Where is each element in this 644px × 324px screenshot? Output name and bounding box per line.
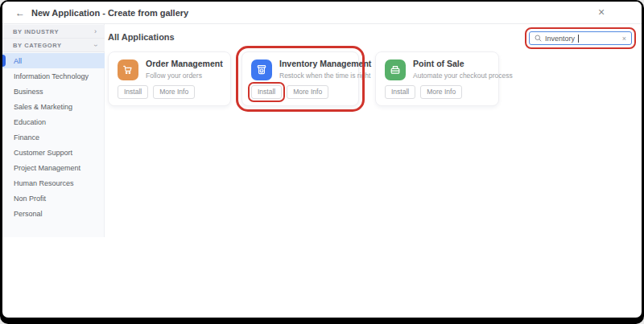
sidebar-item-finance[interactable]: Finance xyxy=(2,129,105,145)
card-title: Order Management xyxy=(146,59,223,69)
gallery-dialog: ← New Application - Create from gallery … xyxy=(2,2,642,318)
screenshot-frame: ← New Application - Create from gallery … xyxy=(0,0,644,324)
inventory-bin-icon xyxy=(251,59,272,80)
sidebar-item-information-technology[interactable]: Information Technology xyxy=(2,68,105,84)
sidebar-item-personal[interactable]: Personal xyxy=(2,206,105,221)
install-button[interactable]: Install xyxy=(251,85,282,99)
cash-register-icon xyxy=(385,59,406,80)
sidebar-item-customer-support[interactable]: Customer Support xyxy=(2,145,105,160)
sidebar-section-by-category[interactable]: BY CATEGORY › xyxy=(2,39,105,52)
sidebar-item-human-resources[interactable]: Human Resources xyxy=(2,175,105,191)
sidebar-item-education[interactable]: Education xyxy=(2,114,105,129)
point-of-sale-card: Point of Sale Automate your checkout pro… xyxy=(375,51,499,106)
section-label: BY CATEGORY xyxy=(13,42,94,49)
cart-icon xyxy=(118,59,138,80)
clear-search-icon[interactable]: × xyxy=(622,35,626,43)
back-arrow-icon[interactable]: ← xyxy=(15,7,25,18)
dialog-title: New Application - Create from gallery xyxy=(31,8,188,18)
card-subtitle: Follow your orders xyxy=(146,72,223,80)
inventory-management-card: Inventory Management Restock when the ti… xyxy=(242,51,359,106)
sidebar-section-by-industry[interactable]: BY INDUSTRY › xyxy=(2,25,105,39)
order-management-card: Order Management Follow your orders Inst… xyxy=(108,51,231,106)
sidebar-item-project-management[interactable]: Project Management xyxy=(2,160,105,175)
search-input[interactable]: Inventory × xyxy=(529,31,632,45)
search-icon xyxy=(535,35,542,42)
sidebar-item-business[interactable]: Business xyxy=(2,84,105,99)
page-title: All Applications xyxy=(108,32,175,42)
sidebar-item-all[interactable]: All xyxy=(2,53,105,68)
card-title: Point of Sale xyxy=(413,59,513,69)
sidebar-item-non-profit[interactable]: Non Profit xyxy=(2,191,105,206)
more-info-button[interactable]: More Info xyxy=(153,85,195,99)
search-value: Inventory xyxy=(545,35,575,43)
text-caret xyxy=(578,35,579,43)
more-info-button[interactable]: More Info xyxy=(420,85,462,99)
selected-category-indicator xyxy=(2,55,6,67)
install-button[interactable]: Install xyxy=(385,85,415,99)
card-title: Inventory Management xyxy=(279,59,371,69)
more-info-button[interactable]: More Info xyxy=(287,85,328,99)
card-subtitle: Restock when the time is right xyxy=(279,72,371,80)
section-label: BY INDUSTRY xyxy=(13,28,94,35)
close-icon[interactable]: × xyxy=(598,6,605,18)
chevron-right-icon: › xyxy=(94,28,97,35)
chevron-down-icon: › xyxy=(92,44,99,47)
install-button[interactable]: Install xyxy=(118,85,148,99)
card-subtitle: Automate your checkout process xyxy=(413,72,513,80)
sidebar-item-sales-marketing[interactable]: Sales & Marketing xyxy=(2,99,105,114)
category-sidebar: BY INDUSTRY › BY CATEGORY › All Informat… xyxy=(2,24,105,237)
